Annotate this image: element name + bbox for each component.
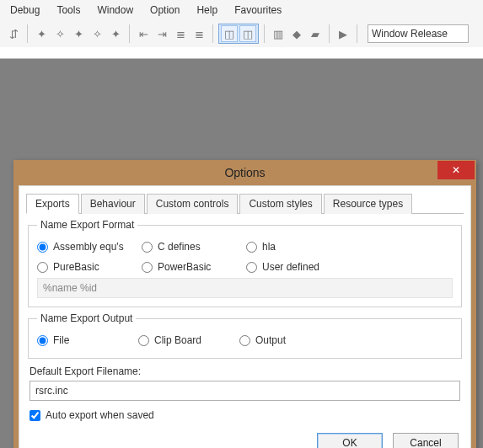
radio-c-defines[interactable]: C defines — [142, 241, 243, 253]
close-button[interactable]: ✕ — [437, 161, 475, 179]
toolbar-icon-3[interactable]: ✧ — [51, 25, 68, 42]
radio-user-defined-input[interactable] — [246, 262, 257, 273]
ok-button[interactable]: OK — [317, 433, 383, 448]
toolbar-icon-2[interactable]: ✦ — [33, 25, 50, 42]
toolbar-separator — [264, 24, 265, 43]
name-export-format-legend: Name Export Format — [37, 219, 137, 231]
menu-debug[interactable]: Debug — [3, 3, 46, 18]
tab-custom-controls[interactable]: Custom controls — [147, 194, 239, 214]
radio-assembly-equs[interactable]: Assembly equ's — [37, 241, 138, 253]
radio-label: C defines — [158, 241, 201, 253]
auto-export-label: Auto export when saved — [46, 409, 154, 421]
list2-icon[interactable]: ≣ — [191, 25, 207, 42]
toolbar-separator — [129, 24, 130, 43]
menu-tools[interactable]: Tools — [50, 3, 87, 18]
radio-label: User defined — [262, 261, 319, 273]
config-combo[interactable]: Window Release — [368, 24, 469, 43]
radio-label: Assembly equ's — [53, 241, 124, 253]
radio-powerbasic-input[interactable] — [142, 262, 153, 273]
radio-c-defines-input[interactable] — [142, 242, 153, 253]
tab-resource-types[interactable]: Resource types — [324, 194, 412, 214]
toolbar-separator — [27, 24, 28, 43]
toolbar-icon-5[interactable]: ✧ — [89, 25, 105, 42]
name-export-format-group: Name Export Format Assembly equ's C defi… — [28, 219, 462, 307]
radio-hla[interactable]: hla — [246, 241, 373, 253]
options-dialog: Options ✕ Exports Behaviour Custom contr… — [13, 160, 476, 448]
dialog-body: Exports Behaviour Custom controls Custom… — [19, 185, 471, 448]
dialog-button-row: OK Cancel — [26, 424, 464, 448]
indent-icon[interactable]: ⇥ — [153, 25, 170, 42]
radio-user-defined[interactable]: User defined — [246, 261, 373, 273]
radio-purebasic-input[interactable] — [37, 262, 48, 273]
cancel-button[interactable]: Cancel — [393, 433, 459, 448]
radio-file-input[interactable] — [37, 335, 48, 346]
list-icon[interactable]: ≣ — [172, 25, 189, 42]
menu-window[interactable]: Window — [90, 3, 140, 18]
toolbar-icon-6[interactable]: ✦ — [107, 25, 124, 42]
name-export-output-legend: Name Export Output — [37, 312, 136, 324]
dialog-titlebar[interactable]: Options ✕ — [19, 160, 471, 185]
radio-clipboard-input[interactable] — [138, 335, 149, 346]
close-icon: ✕ — [452, 164, 460, 176]
radio-label: PureBasic — [53, 261, 99, 273]
tab-exports[interactable]: Exports — [26, 194, 79, 214]
view-toggle-1-icon[interactable]: ◫ — [221, 25, 238, 42]
radio-output[interactable]: Output — [239, 334, 366, 346]
radio-label: Clip Board — [154, 334, 201, 346]
radio-clipboard[interactable]: Clip Board — [138, 334, 239, 346]
toolbar-icon-a[interactable]: ▥ — [270, 25, 287, 42]
menu-help[interactable]: Help — [190, 3, 224, 18]
toolbar-separator — [212, 24, 213, 43]
view-toggle-2-icon[interactable]: ◫ — [239, 25, 256, 42]
tab-custom-styles[interactable]: Custom styles — [239, 194, 321, 214]
auto-export-checkbox-row[interactable]: Auto export when saved — [30, 409, 460, 421]
go-icon[interactable]: ▶ — [335, 25, 352, 42]
menu-option[interactable]: Option — [143, 3, 186, 18]
tab-row: Exports Behaviour Custom controls Custom… — [26, 193, 464, 214]
toolbar-icon-b[interactable]: ◆ — [288, 25, 305, 42]
radio-output-input[interactable] — [239, 335, 250, 346]
outdent-icon[interactable]: ⇤ — [135, 25, 152, 42]
radio-label: hla — [262, 241, 276, 253]
name-export-output-group: Name Export Output File Clip Board Outpu… — [28, 312, 462, 359]
dialog-title: Options — [19, 166, 471, 179]
radio-label: Output — [255, 334, 286, 346]
toolbar-icon-4[interactable]: ✦ — [70, 25, 87, 42]
toolbar-separator — [357, 24, 357, 43]
menu-favourites[interactable]: Favourites — [228, 3, 288, 18]
output-radio-grid: File Clip Board Output — [37, 334, 453, 346]
radio-file[interactable]: File — [37, 334, 138, 346]
parent-app-chrome: Debug Tools Window Option Help Favourite… — [0, 0, 483, 59]
tab-behaviour[interactable]: Behaviour — [81, 194, 145, 214]
toolbar-toggle-group: ◫ ◫ — [218, 24, 259, 44]
radio-assembly-equs-input[interactable] — [37, 242, 48, 253]
format-pattern-field: %name %id — [37, 278, 453, 298]
radio-label: PowerBasic — [158, 261, 211, 273]
radio-powerbasic[interactable]: PowerBasic — [142, 261, 243, 273]
format-radio-grid: Assembly equ's C defines hla PureBasic P… — [37, 241, 453, 273]
radio-label: File — [53, 334, 69, 346]
radio-purebasic[interactable]: PureBasic — [37, 261, 138, 273]
toolbar-icon-c[interactable]: ▰ — [307, 25, 324, 42]
toolbar-separator — [329, 24, 330, 43]
auto-export-checkbox[interactable] — [30, 410, 40, 421]
default-filename-input[interactable] — [30, 381, 460, 401]
radio-hla-input[interactable] — [246, 242, 257, 253]
default-filename-label: Default Export Filename: — [30, 365, 460, 377]
menu-bar: Debug Tools Window Option Help Favourite… — [0, 0, 483, 20]
toolbar: ⇵ ✦ ✧ ✦ ✧ ✦ ⇤ ⇥ ≣ ≣ ◫ ◫ ▥ ◆ ▰ ▶ Window R… — [0, 20, 483, 47]
toolbar-icon-1[interactable]: ⇵ — [5, 25, 22, 42]
